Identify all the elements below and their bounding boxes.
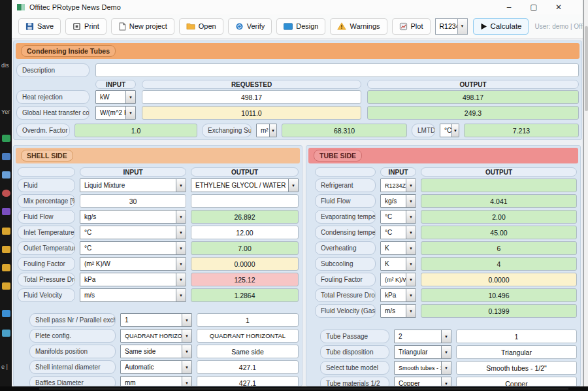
tube-output-header: OUTPUT [421,167,577,177]
tube-fouling-output: 0.0000 [421,273,577,286]
mix-percentage-input[interactable]: 30 [80,194,186,208]
plot-button[interactable]: Plot [392,18,431,35]
network-icon[interactable] [2,330,10,337]
save-button[interactable]: Save [18,18,61,35]
heat-transfer-requested-input[interactable]: 1011.0 [142,106,361,120]
overheating-output: 6 [421,241,577,255]
calculate-button[interactable]: Calculate [473,18,529,35]
heat-rejection-requested-input[interactable]: 498.17 [142,90,361,104]
condensing-unit-dropdown[interactable]: °C▼ [380,226,416,239]
media-icon[interactable] [2,190,10,197]
overheating-unit-dropdown[interactable]: K▼ [380,241,416,255]
main-content: Condensing Inside Tubes Description INPU… [12,39,583,386]
verify-button[interactable]: Verify [228,18,272,35]
chevron-down-icon: ▼ [457,19,467,34]
chevron-down-icon: ▼ [406,211,416,223]
video-icon[interactable] [2,208,10,215]
column-header-row: INPUT REQUESTED OUTPUT [16,80,579,89]
download-icon[interactable] [2,135,10,142]
heat-transfer-row: Global Heat transfer coefficient W/(m^2 … [16,106,579,120]
inlet-temp-input[interactable]: 12.00 [191,226,299,239]
shell-title: SHELL SIDE [21,150,73,162]
plate-config-dropdown[interactable]: QUADRANT HORIZONTAL▼ [120,329,192,343]
tube-model-row: Select tube model Smooth tubes - 1/2"▼ S… [320,361,577,375]
minimize-button[interactable]: – [497,0,521,14]
heat-transfer-unit-dropdown[interactable]: W/(m^2 K) ▼ [95,106,136,120]
heat-rejection-unit-dropdown[interactable]: kW ▼ [95,90,136,104]
shell-inlet-row: Inlet Temperature °C▼ 12.00 [18,226,299,239]
tube-disposition-dropdown[interactable]: Triangular▼ [394,345,451,359]
shell-fouling-unit-dropdown[interactable]: (m² K)/W▼ [80,257,186,271]
chevron-down-icon: ▼ [182,361,191,373]
open-button[interactable]: Open [179,18,223,35]
print-icon [73,22,81,31]
manifolds-dropdown[interactable]: Same side▼ [120,345,192,358]
plate-config-output: QUADRANT HORIZONTAL [197,329,299,343]
tube-materials-output: Copper [456,377,577,386]
tube-column-headers: INPUT OUTPUT [315,167,577,177]
shell-fluid-input-dropdown[interactable]: Liquid Mixture▼ [80,178,186,192]
outlet-temp-unit-dropdown[interactable]: °C▼ [80,241,186,255]
lmtd-value: 7.213 [464,124,579,137]
chevron-down-icon: ▼ [182,330,191,342]
shell-pressure-unit-dropdown[interactable]: kPa▼ [80,273,186,286]
warning-icon [337,22,346,30]
print-button[interactable]: Print [65,18,106,35]
chevron-down-icon: ▼ [269,124,276,137]
close-button[interactable]: ✕ [546,0,571,14]
tube-fouling-unit-dropdown[interactable]: (m² K)/W▼ [380,273,416,286]
new-project-button[interactable]: New project [111,18,174,35]
tube-pressure-unit-dropdown[interactable]: kPa▼ [380,288,416,302]
folder-icon[interactable] [2,264,10,271]
inlet-temp-unit-dropdown[interactable]: °C▼ [80,226,186,239]
scrollbar-thumb[interactable] [585,26,588,111]
lmtd-unit-dropdown[interactable]: °C ▼ [440,124,459,137]
chevron-down-icon: ▼ [406,195,416,207]
shell-header: SHELL SIDE [16,148,300,163]
folder-icon[interactable] [2,246,10,253]
chevron-down-icon: ▼ [176,226,186,239]
refrigerant-dropdown[interactable]: R1234ZE▼ [380,178,416,192]
design-button[interactable]: Design [276,18,325,35]
tube-velocity-unit-dropdown[interactable]: m/s▼ [380,304,416,318]
tube-flow-unit-dropdown[interactable]: kg/s▼ [380,194,416,208]
baffles-diameter-dropdown[interactable]: mm▼ [120,376,192,386]
maximize-button[interactable]: ▢ [521,0,546,14]
shell-velocity-unit-dropdown[interactable]: m/s▼ [80,288,186,302]
shell-input-header: INPUT [80,167,186,177]
overdim-row: Overdm. Factor % 1.0 Exchanging Surface … [16,124,579,137]
tube-disposition-row: Tube disposition Triangular▼ Triangular [320,345,577,359]
refrigerant-selector[interactable]: R1234ze ▼ [435,18,468,35]
shell-velocity-output: 1.2864 [191,288,299,302]
tube-passage-output: 1 [456,330,577,343]
play-icon [480,23,487,30]
tube-materials-dropdown[interactable]: Copper▼ [394,377,451,386]
folder-icon[interactable] [2,228,10,235]
condensing-panel: Condensing Inside Tubes Description INPU… [13,41,582,140]
tube-side-panel: TUBE SIDE INPUT OUTPUT Refrigerant R1234… [306,145,581,386]
tube-passage-dropdown[interactable]: 2▼ [394,330,451,343]
chevron-down-icon: ▼ [451,124,459,137]
chevron-down-icon: ▼ [441,346,451,358]
shell-flow-unit-dropdown[interactable]: kg/s▼ [80,210,186,224]
chevron-down-icon: ▼ [125,107,135,119]
shell-diameter-dropdown[interactable]: Automatic▼ [120,360,192,374]
evaporating-unit-dropdown[interactable]: °C▼ [380,210,416,224]
folder-icon[interactable] [2,282,10,290]
warnings-button[interactable]: Warnings [330,18,387,35]
tube-model-dropdown[interactable]: Smooth tubes - 1/2"▼ [394,361,451,375]
description-input[interactable] [95,63,579,77]
overdim-label: Overdm. Factor % [16,124,70,137]
shell-pass-dropdown[interactable]: 1▼ [120,313,192,327]
tube-header: TUBE SIDE [308,148,578,163]
vertical-scrollbar[interactable] [583,0,588,386]
taskbar-sliver [0,386,588,391]
image-icon[interactable] [2,171,10,178]
surface-unit-dropdown[interactable]: m² ▼ [256,124,277,137]
manifolds-row: Manifolds position Same side▼ Same side [29,345,299,358]
file-icon[interactable] [2,153,10,160]
subcooling-unit-dropdown[interactable]: K▼ [380,257,416,271]
monitor-icon[interactable] [2,310,10,317]
shell-fluid-row: Fluid Liquid Mixture▼ ETHYLENE GLYCOL / … [18,178,299,192]
shell-fluid-output-dropdown[interactable]: ETHYLENE GLYCOL / WATER▼ [191,178,299,192]
